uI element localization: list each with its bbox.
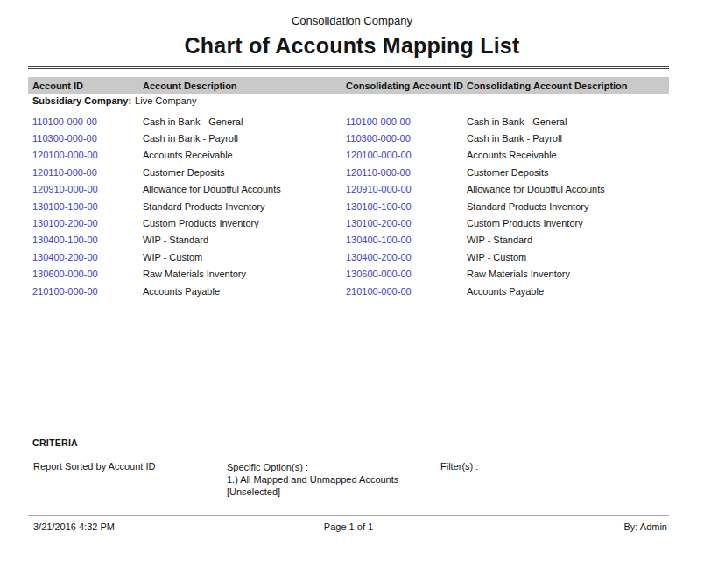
account-description-cell: Standard Products Inventory: [143, 201, 346, 212]
consolidating-account-id-cell[interactable]: 130100-100-00: [346, 201, 467, 212]
account-id-cell[interactable]: 110300-000-00: [32, 133, 143, 144]
table-row: 110300-000-00 Cash in Bank - Payroll 110…: [32, 130, 669, 146]
table-rows: 110100-000-00 Cash in Bank - General 110…: [28, 113, 669, 299]
consolidating-account-description-cell: Standard Products Inventory: [467, 201, 669, 212]
consolidating-account-description-cell: Cash in Bank - Payroll: [467, 133, 669, 144]
footer-page-number: Page 1 of 1: [28, 522, 669, 532]
consolidating-account-id-cell[interactable]: 110300-000-00: [346, 133, 467, 144]
footer-divider: [28, 515, 669, 516]
account-id-cell[interactable]: 130100-200-00: [32, 218, 143, 228]
consolidating-account-description-cell: Customer Deposits: [467, 167, 669, 178]
consolidating-account-id-cell[interactable]: 110100-000-00: [346, 116, 467, 127]
column-header-consolidating-account-id: Consolidating Account ID: [346, 80, 467, 91]
column-header-account-id: Account ID: [32, 80, 143, 91]
consolidating-account-description-cell: WIP - Standard: [467, 234, 669, 245]
filters-label: Filter(s) :: [440, 461, 478, 472]
consolidating-account-id-cell[interactable]: 120110-000-00: [346, 167, 467, 178]
account-description-cell: Accounts Receivable: [143, 150, 346, 160]
specific-options: Specific Option(s) : 1.) All Mapped and …: [227, 461, 398, 498]
account-id-cell[interactable]: 130600-000-00: [32, 269, 143, 279]
consolidating-account-description-cell: Raw Materials Inventory: [467, 269, 669, 279]
table-row: 130600-000-00 Raw Materials Inventory 13…: [32, 266, 669, 283]
table-row: 130100-200-00 Custom Products Inventory …: [32, 214, 669, 231]
consolidating-account-id-cell[interactable]: 120910-000-00: [346, 184, 467, 194]
account-description-cell: Customer Deposits: [143, 167, 346, 178]
account-description-cell: Raw Materials Inventory: [143, 269, 346, 279]
table-row: 110100-000-00 Cash in Bank - General 110…: [32, 113, 669, 130]
table-row: 130400-100-00 WIP - Standard 130400-100-…: [32, 232, 669, 248]
specific-option-line-2: [Unselected]: [227, 486, 398, 498]
table-row: 120110-000-00 Customer Deposits 120110-0…: [32, 164, 669, 180]
consolidating-account-id-cell[interactable]: 130100-200-00: [346, 218, 467, 228]
account-description-cell: WIP - Standard: [143, 234, 346, 245]
consolidating-account-description-cell: Allowance for Doubtful Accounts: [467, 184, 669, 194]
subsidiary-company-row: Subsidiary Company:Live Company: [32, 95, 196, 106]
footer: 3/21/2016 4:32 PM Page 1 of 1 By: Admin: [28, 522, 669, 534]
criteria-section: Report Sorted by Account ID Specific Opt…: [28, 461, 669, 503]
account-id-cell[interactable]: 120110-000-00: [32, 167, 143, 178]
consolidating-account-id-cell[interactable]: 120100-000-00: [346, 150, 467, 160]
account-description-cell: WIP - Custom: [143, 252, 346, 262]
table-header-row: Account ID Account Description Consolida…: [28, 77, 669, 94]
table-row: 210100-000-00 Accounts Payable 210100-00…: [32, 283, 669, 299]
group-value: Live Company: [135, 95, 196, 106]
specific-option-line-1: 1.) All Mapped and Unmapped Accounts: [227, 473, 398, 486]
specific-options-label: Specific Option(s) :: [227, 461, 398, 473]
footer-user: By: Admin: [623, 522, 667, 532]
sort-criteria: Report Sorted by Account ID: [33, 461, 155, 472]
account-description-cell: Custom Products Inventory: [143, 218, 346, 228]
consolidating-account-id-cell[interactable]: 130600-000-00: [346, 269, 467, 279]
criteria-heading: CRITERIA: [32, 438, 78, 448]
account-id-cell[interactable]: 130400-100-00: [32, 234, 143, 245]
consolidating-account-description-cell: Accounts Receivable: [467, 150, 669, 160]
account-description-cell: Cash in Bank - Payroll: [143, 133, 346, 144]
account-id-cell[interactable]: 130100-100-00: [32, 201, 143, 212]
table-row: 120100-000-00 Accounts Receivable 120100…: [32, 147, 669, 164]
consolidating-account-description-cell: WIP - Custom: [467, 252, 669, 262]
consolidating-account-description-cell: Accounts Payable: [467, 286, 669, 297]
table-row: 130100-100-00 Standard Products Inventor…: [32, 198, 669, 214]
account-description-cell: Accounts Payable: [143, 286, 346, 297]
account-id-cell[interactable]: 120910-000-00: [32, 184, 143, 194]
consolidating-account-id-cell[interactable]: 210100-000-00: [346, 286, 467, 297]
consolidating-account-id-cell[interactable]: 130400-200-00: [346, 252, 467, 262]
account-description-cell: Cash in Bank - General: [143, 116, 346, 127]
title-divider: [28, 66, 669, 69]
account-id-cell[interactable]: 130400-200-00: [32, 252, 143, 262]
table-row: 130400-200-00 WIP - Custom 130400-200-00…: [32, 248, 669, 265]
consolidating-account-description-cell: Cash in Bank - General: [467, 116, 669, 127]
consolidating-account-id-cell[interactable]: 130400-100-00: [346, 234, 467, 245]
account-id-cell[interactable]: 110100-000-00: [32, 116, 143, 127]
group-label: Subsidiary Company:: [32, 95, 131, 106]
column-header-consolidating-account-description: Consolidating Account Description: [467, 80, 669, 91]
table-row: 120910-000-00 Allowance for Doubtful Acc…: [32, 181, 669, 198]
account-id-cell[interactable]: 120100-000-00: [32, 150, 143, 160]
consolidating-account-description-cell: Custom Products Inventory: [467, 218, 669, 228]
page-title: Chart of Accounts Mapping List: [0, 33, 704, 59]
company-name: Consolidation Company: [0, 14, 704, 27]
account-description-cell: Allowance for Doubtful Accounts: [143, 184, 346, 194]
column-header-account-description: Account Description: [143, 80, 346, 91]
account-id-cell[interactable]: 210100-000-00: [32, 286, 143, 297]
